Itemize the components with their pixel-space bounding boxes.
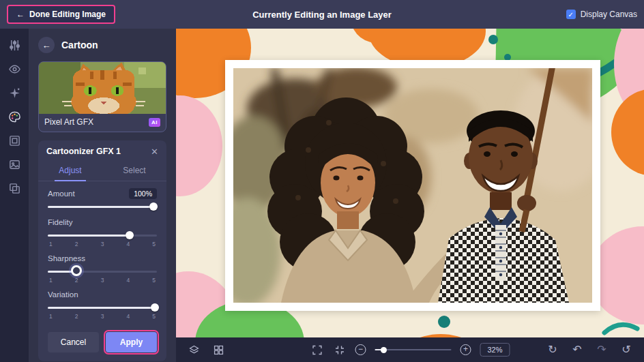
zoom-out-icon[interactable]: − bbox=[355, 344, 366, 355]
tick-label: 2 bbox=[75, 241, 78, 247]
variation-label: Variation bbox=[48, 290, 78, 299]
fidelity-label: Fidelity bbox=[48, 218, 72, 226]
display-canvas-label: Display Canvas bbox=[581, 10, 637, 19]
cartoon-panel: ← Cartoon bbox=[29, 29, 176, 362]
effects-icon[interactable] bbox=[8, 86, 21, 100]
cat-thumbnail-image bbox=[39, 62, 166, 114]
top-bar: ← Done Editing Image Currently Editing a… bbox=[0, 0, 644, 29]
zoom-in-icon[interactable]: + bbox=[460, 344, 471, 355]
grid-icon[interactable] bbox=[211, 343, 225, 357]
zoom-slider[interactable] bbox=[375, 346, 451, 354]
slider-fill bbox=[48, 206, 153, 208]
close-icon[interactable]: ✕ bbox=[151, 147, 158, 156]
tool-tabs: Adjust Select bbox=[38, 161, 166, 181]
apply-button[interactable]: Apply bbox=[106, 332, 157, 352]
done-editing-label: Done Editing Image bbox=[29, 10, 106, 19]
display-canvas-control: ✓ Display Canvas bbox=[566, 10, 637, 19]
fidelity-ticks: 1 2 3 4 5 bbox=[48, 241, 157, 247]
tick-label: 4 bbox=[126, 277, 130, 284]
slider-fill bbox=[48, 235, 130, 237]
eye-icon[interactable] bbox=[8, 62, 21, 76]
amount-value: 100% bbox=[129, 188, 157, 199]
pixel-art-gfx-card[interactable]: Pixel Art GFX AI bbox=[38, 61, 166, 132]
variation-control: Variation 1 2 3 4 5 bbox=[48, 289, 157, 320]
panel-title: Cartoon bbox=[61, 40, 98, 50]
tab-select[interactable]: Select bbox=[102, 161, 166, 181]
app-window: ← Done Editing Image Currently Editing a… bbox=[0, 0, 644, 362]
amount-control: Amount 100% bbox=[48, 188, 157, 211]
done-editing-button[interactable]: ← Done Editing Image bbox=[7, 5, 115, 24]
redo-icon[interactable]: ↷ bbox=[595, 343, 609, 357]
back-button[interactable]: ← bbox=[38, 37, 55, 53]
tick-label: 3 bbox=[101, 241, 104, 247]
canvas-area[interactable]: − + 32% ↻ ↶ ↷ ↺ bbox=[176, 29, 644, 362]
sharpness-slider-handle[interactable] bbox=[71, 265, 82, 276]
slider-fill bbox=[48, 307, 155, 309]
sharpness-control: Sharpness 1 2 3 4 5 bbox=[48, 253, 157, 284]
rotate-icon[interactable]: ↻ bbox=[546, 343, 559, 357]
overlays-icon[interactable] bbox=[8, 157, 21, 171]
tick-label: 5 bbox=[152, 277, 156, 284]
tools-sidebar bbox=[0, 29, 29, 362]
tick-label: 2 bbox=[75, 313, 78, 320]
edited-image[interactable] bbox=[225, 60, 600, 311]
history-icon[interactable]: ↺ bbox=[619, 343, 633, 357]
amount-slider-handle[interactable] bbox=[149, 202, 158, 211]
tick-label: 2 bbox=[75, 277, 78, 284]
canvas-toolbar: − + 32% ↻ ↶ ↷ ↺ bbox=[176, 337, 644, 362]
tick-label: 5 bbox=[152, 313, 156, 320]
zoom-level-value[interactable]: 32% bbox=[480, 343, 510, 357]
fidelity-slider[interactable] bbox=[48, 230, 157, 240]
sharpness-label: Sharpness bbox=[48, 254, 85, 262]
zoom-slider-handle[interactable] bbox=[381, 347, 387, 353]
fidelity-slider-handle[interactable] bbox=[126, 231, 134, 239]
tick-label: 4 bbox=[126, 241, 130, 247]
ai-badge: AI bbox=[149, 118, 160, 127]
thumbnail-label: Pixel Art GFX bbox=[44, 117, 93, 127]
cartoon-couple-artwork bbox=[233, 68, 592, 303]
tab-adjust[interactable]: Adjust bbox=[38, 161, 102, 181]
adjust-icon[interactable] bbox=[8, 38, 21, 52]
tick-label: 1 bbox=[49, 241, 53, 247]
tick-label: 1 bbox=[49, 313, 53, 320]
main-area: ← Cartoon bbox=[0, 29, 644, 362]
textures-icon[interactable] bbox=[8, 181, 21, 195]
variation-slider[interactable] bbox=[48, 303, 157, 312]
fullscreen-icon[interactable] bbox=[310, 343, 323, 357]
fidelity-control: Fidelity 1 2 3 4 5 bbox=[48, 217, 157, 247]
cancel-button[interactable]: Cancel bbox=[48, 332, 99, 352]
undo-icon[interactable]: ↶ bbox=[570, 343, 584, 357]
tick-label: 3 bbox=[101, 277, 104, 284]
variation-slider-handle[interactable] bbox=[151, 303, 159, 312]
cartoonizer-card: Cartoonizer GFX 1 ✕ Adjust Select Amount… bbox=[38, 140, 166, 361]
display-canvas-checkbox[interactable]: ✓ bbox=[566, 10, 576, 19]
amount-slider[interactable] bbox=[48, 202, 157, 211]
page-title: Currently Editing an Image Layer bbox=[252, 10, 392, 20]
arrow-left-icon: ← bbox=[16, 10, 25, 19]
variation-ticks: 1 2 3 4 5 bbox=[48, 313, 157, 320]
tool-title: Cartoonizer GFX 1 bbox=[46, 147, 121, 156]
tick-label: 1 bbox=[49, 277, 53, 284]
fit-to-screen-icon[interactable] bbox=[332, 343, 346, 357]
tick-label: 4 bbox=[126, 313, 130, 320]
sharpness-ticks: 1 2 3 4 5 bbox=[48, 277, 157, 284]
tick-label: 5 bbox=[152, 241, 156, 247]
sharpness-slider[interactable] bbox=[48, 267, 157, 276]
tick-label: 3 bbox=[101, 313, 104, 320]
layers-icon[interactable] bbox=[187, 343, 201, 357]
frames-icon[interactable] bbox=[8, 134, 21, 147]
cartoon-palette-icon[interactable] bbox=[8, 110, 21, 123]
amount-label: Amount bbox=[48, 190, 75, 198]
